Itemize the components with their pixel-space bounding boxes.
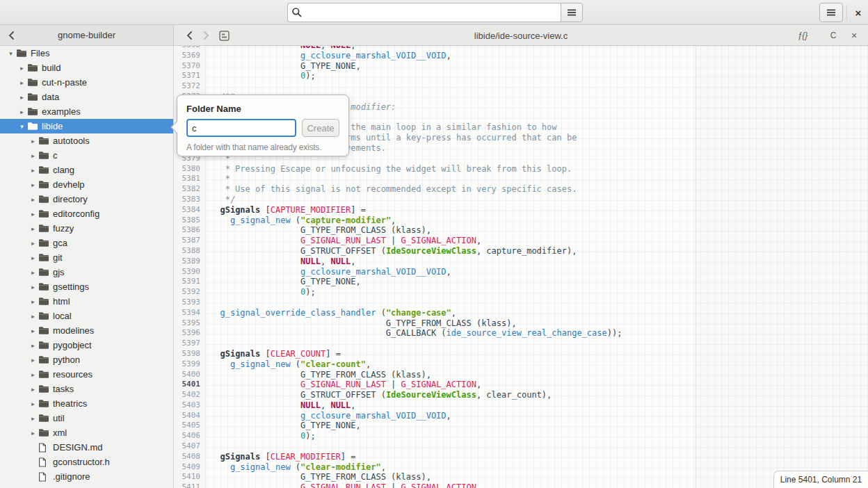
expand-icon[interactable]: ▸: [28, 167, 38, 174]
expand-icon[interactable]: ▸: [28, 181, 38, 188]
document-close-icon[interactable]: ×: [849, 29, 860, 42]
expand-icon[interactable]: ▸: [28, 269, 38, 276]
code-line[interactable]: 5381 *: [174, 174, 868, 184]
tree-item-fuzzy[interactable]: ▸fuzzy: [0, 221, 173, 236]
expand-icon[interactable]: ▸: [28, 400, 38, 407]
symbols-icon[interactable]: ƒ{}: [795, 29, 810, 42]
code-line[interactable]: 5396 G_CALLBACK (ide_source_view_real_ch…: [174, 328, 868, 339]
tree-item-gconstructor-h[interactable]: gconstructor.h: [0, 455, 173, 469]
code-line[interactable]: 5409 g_signal_new ("clear-modifier",: [174, 462, 868, 473]
code-line[interactable]: 5405 G_TYPE_NONE,: [174, 421, 868, 431]
tree-item-theatrics[interactable]: ▸theatrics: [0, 396, 173, 411]
tree-item-libide[interactable]: ▾libide: [0, 119, 173, 133]
code-line[interactable]: 5389 NULL, NULL,: [174, 257, 868, 267]
code-line[interactable]: 5370 G_TYPE_NONE,: [174, 61, 868, 72]
expand-icon[interactable]: ▸: [28, 254, 38, 261]
code-line[interactable]: 5385 g_signal_new ("capture-modifier",: [174, 215, 868, 226]
tree-item-data[interactable]: ▸data: [0, 90, 173, 104]
window-close-button[interactable]: ×: [850, 3, 867, 22]
tree-item-pygobject[interactable]: ▸pygobject: [0, 338, 173, 352]
tree-item-devhelp[interactable]: ▸devhelp: [0, 177, 173, 192]
code-line[interactable]: 5398 gSignals [CLEAR_COUNT] =: [174, 349, 868, 359]
tree-item-examples[interactable]: ▸examples: [0, 104, 173, 119]
expand-icon[interactable]: ▸: [28, 240, 38, 247]
code-line[interactable]: 5393: [174, 298, 868, 308]
code-line[interactable]: 5391 G_TYPE_NONE,: [174, 277, 868, 287]
expand-icon[interactable]: ▸: [28, 371, 38, 378]
code-line[interactable]: 5368 NULL, NULL,: [174, 46, 868, 51]
search-options-button[interactable]: [561, 3, 583, 22]
collapse-icon[interactable]: ▾: [17, 123, 27, 130]
code-line[interactable]: 5399 g_signal_new ("clear-count",: [174, 359, 868, 370]
code-line[interactable]: 5402 G_STRUCT_OFFSET (IdeSourceViewClass…: [174, 390, 868, 400]
tree-item-xml[interactable]: ▸xml: [0, 425, 173, 440]
folder-name-input[interactable]: [186, 119, 296, 137]
expand-icon[interactable]: ▸: [28, 357, 38, 364]
tree-item-design-md[interactable]: DESIGN.md: [0, 440, 173, 455]
nav-back-button[interactable]: [182, 29, 196, 42]
tree-item-util[interactable]: ▸util: [0, 411, 173, 425]
tree-item-c[interactable]: ▸c: [0, 148, 173, 163]
expand-icon[interactable]: ▸: [28, 430, 38, 437]
code-line[interactable]: 5380 * Pressing Escape or unfocusing the…: [174, 164, 868, 174]
code-line[interactable]: 5386 G_TYPE_FROM_CLASS (klass),: [174, 225, 868, 236]
code-line[interactable]: 5407: [174, 441, 868, 452]
expand-icon[interactable]: ▸: [17, 79, 27, 86]
tree-item-git[interactable]: ▸git: [0, 250, 173, 265]
code-line[interactable]: 5401 G_SIGNAL_RUN_LAST | G_SIGNAL_ACTION…: [174, 380, 868, 390]
expand-icon[interactable]: ▸: [28, 138, 38, 145]
tree-item-editorconfig[interactable]: ▸editorconfig: [0, 206, 173, 221]
code-line[interactable]: 5406 0);: [174, 431, 868, 441]
tree-item-gsettings[interactable]: ▸gsettings: [0, 279, 173, 294]
tree-item-local[interactable]: ▸local: [0, 309, 173, 323]
code-line[interactable]: 5388 G_STRUCT_OFFSET (IdeSourceViewClass…: [174, 246, 868, 257]
code-line[interactable]: 5403 NULL, NULL,: [174, 400, 868, 411]
code-line[interactable]: 5397: [174, 339, 868, 349]
language-badge[interactable]: C: [828, 29, 839, 42]
nav-forward-button[interactable]: [199, 29, 213, 42]
expand-icon[interactable]: ▸: [28, 196, 38, 203]
expand-icon[interactable]: ▸: [17, 65, 27, 72]
tree-item--gitignore[interactable]: .gitignore: [0, 469, 173, 484]
tree-item-tasks[interactable]: ▸tasks: [0, 382, 173, 396]
expand-icon[interactable]: ▸: [28, 211, 38, 218]
tree-item-gjs[interactable]: ▸gjs: [0, 265, 173, 279]
tree-item-resources[interactable]: ▸resources: [0, 367, 173, 382]
tree-item-build[interactable]: ▸build: [0, 60, 173, 75]
tree-item-cut-n-paste[interactable]: ▸cut-n-paste: [0, 75, 173, 90]
expand-icon[interactable]: ▸: [28, 327, 38, 334]
code-line[interactable]: 5372: [174, 81, 868, 92]
expand-icon[interactable]: ▸: [28, 386, 38, 393]
expand-icon[interactable]: ▸: [28, 342, 38, 349]
code-line[interactable]: 5390 g_cclosure_marshal_VOID__VOID,: [174, 267, 868, 277]
tree-item-python[interactable]: ▸python: [0, 352, 173, 367]
tree-item-clang[interactable]: ▸clang: [0, 163, 173, 177]
code-line[interactable]: 5394 g_signal_override_class_handler ("c…: [174, 308, 868, 318]
expand-icon[interactable]: ▸: [28, 415, 38, 422]
tree-item-html[interactable]: ▸html: [0, 294, 173, 309]
expand-icon[interactable]: ▸: [28, 284, 38, 291]
expand-icon[interactable]: ▸: [28, 152, 38, 159]
app-menu-button[interactable]: [819, 3, 843, 22]
tree-item-autotools[interactable]: ▸autotools: [0, 133, 173, 148]
code-line[interactable]: 5410 G_TYPE_FROM_CLASS (klass),: [174, 472, 868, 482]
sidebar-back-button[interactable]: [4, 29, 18, 42]
code-line[interactable]: 5369 g_cclosure_marshal_VOID__VOID,: [174, 51, 868, 61]
open-pages-button[interactable]: [217, 29, 231, 42]
tree-item-files[interactable]: ▾Files: [0, 46, 173, 60]
tree-item-directory[interactable]: ▸directory: [0, 192, 173, 206]
expand-icon[interactable]: ▸: [28, 298, 38, 305]
code-line[interactable]: 5382 * Use of this signal is not recomme…: [174, 184, 868, 195]
expand-icon[interactable]: ▸: [28, 225, 38, 232]
collapse-icon[interactable]: ▾: [6, 50, 16, 57]
code-line[interactable]: 5392 0);: [174, 287, 868, 298]
code-line[interactable]: 5400 G_TYPE_FROM_CLASS (klass),: [174, 370, 868, 380]
code-line[interactable]: 5384 gSignals [CAPTURE_MODIFIER] =: [174, 205, 868, 215]
tree-item-modelines[interactable]: ▸modelines: [0, 323, 173, 338]
expand-icon[interactable]: ▸: [28, 313, 38, 320]
expand-icon[interactable]: ▸: [17, 108, 27, 115]
create-button[interactable]: Create: [302, 119, 339, 137]
expand-icon[interactable]: ▸: [17, 94, 27, 101]
code-line[interactable]: 5395 G_TYPE_FROM_CLASS (klass),: [174, 318, 868, 329]
code-line[interactable]: 5404 g_cclosure_marshal_VOID__VOID,: [174, 411, 868, 421]
